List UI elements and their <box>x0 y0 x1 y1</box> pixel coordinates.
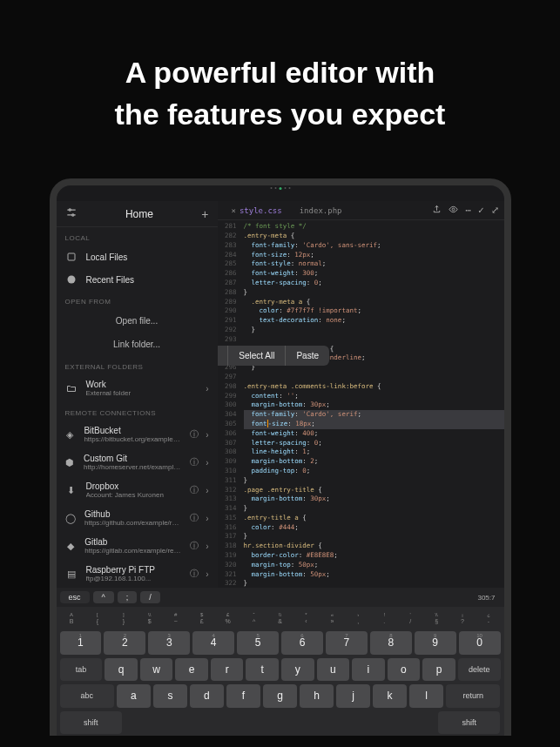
info-icon[interactable]: ⓘ <box>190 456 199 468</box>
info-icon[interactable]: ⓘ <box>190 484 199 496</box>
symbol-key[interactable]: ]} <box>111 609 135 628</box>
key-a[interactable]: a <box>117 684 151 708</box>
symbol-key[interactable]: AB <box>60 609 84 628</box>
key-shift-left[interactable]: shift <box>60 711 122 735</box>
marketing-headline: A powerful editor with the features you … <box>0 0 560 178</box>
symbol-key[interactable]: ¡? <box>451 609 475 628</box>
key-l[interactable]: l <box>409 684 443 708</box>
check-icon[interactable]: ✓ <box>478 205 484 217</box>
shift-row: shift shift <box>57 710 504 737</box>
key-p[interactable]: p <box>422 658 455 682</box>
chevron-right-icon: › <box>206 384 208 394</box>
key-caret[interactable]: ^ <box>93 591 114 603</box>
key-j[interactable]: j <box>336 684 370 708</box>
key-5[interactable]: 55 <box>237 631 279 655</box>
key-3[interactable]: 33 <box>148 631 190 655</box>
sidebar-item-remote[interactable]: ⬢Custom Githttp://homeserver.net/example… <box>57 448 218 476</box>
sidebar-item-remote[interactable]: ▤Raspberry Pi FTPftp@192.168.1.100...ⓘ› <box>57 560 218 588</box>
key-0[interactable]: 100 <box>459 631 501 655</box>
key-q[interactable]: q <box>105 658 138 682</box>
sidebar-item-remote[interactable]: ⬇DropboxAccount: James Kuronenⓘ› <box>57 476 218 504</box>
sidebar-item-local-files[interactable]: Local Files <box>57 246 218 268</box>
sidebar-header: Home + <box>57 201 218 227</box>
key-u[interactable]: u <box>317 658 350 682</box>
key-9[interactable]: 99 <box>415 631 456 655</box>
code-content[interactable]: /* font style */.entry-meta { font-famil… <box>240 220 504 588</box>
key-abc[interactable]: abc <box>60 684 114 708</box>
key-tab[interactable]: tab <box>60 658 103 682</box>
symbol-key[interactable]: ˆ^ <box>242 609 266 628</box>
symbol-key[interactable]: \\§ <box>425 609 449 628</box>
sidebar-item-recent-files[interactable]: Recent Files <box>57 268 218 291</box>
code-area[interactable]: 2812822832842852862872882892902912922932… <box>218 220 504 588</box>
expand-icon[interactable]: ⤢ <box>491 205 499 217</box>
sidebar-item-remote[interactable]: ◈BitBuckethttps://bitbucket.org/example/… <box>57 421 218 448</box>
symbol-key[interactable]: *‹ <box>294 609 318 628</box>
key-8[interactable]: 88 <box>370 631 412 655</box>
key-d[interactable]: d <box>190 684 224 708</box>
share-icon[interactable] <box>432 205 442 217</box>
section-external: EXTERNAL FOLDERS <box>57 356 218 374</box>
add-icon[interactable]: + <box>201 207 208 221</box>
sidebar-item-remote[interactable]: ◯Githubhttps://github.com/example/repo.g… <box>57 504 218 532</box>
open-file-action[interactable]: Open file... <box>57 309 218 333</box>
info-icon[interactable]: ⓘ <box>190 540 199 552</box>
key-i[interactable]: i <box>352 658 385 682</box>
tab-index-php[interactable]: index.php <box>291 206 351 215</box>
symbol-key[interactable]: ›, <box>347 609 370 628</box>
key-f[interactable]: f <box>226 684 260 708</box>
key-w[interactable]: w <box>140 658 173 682</box>
chevron-right-icon: › <box>206 486 208 495</box>
key-r[interactable]: r <box>211 658 244 682</box>
key-o[interactable]: o <box>388 658 421 682</box>
key-e[interactable]: e <box>175 658 208 682</box>
symbol-key[interactable]: \\$ <box>138 609 161 628</box>
key-slash[interactable]: / <box>140 591 160 603</box>
sidebar-item-work[interactable]: Work External folder › <box>57 374 218 402</box>
symbol-key[interactable]: '/ <box>399 609 422 628</box>
menu-select[interactable]: Select <box>218 346 229 366</box>
symbol-key[interactable]: #~ <box>164 609 187 628</box>
sidebar-item-remote[interactable]: ◆Gitlabhttps://gitlab.com/example/repo.g… <box>57 532 218 560</box>
menu-paste[interactable]: Paste <box>286 346 329 366</box>
symbol-key[interactable]: [{ <box>85 609 109 628</box>
key-delete[interactable]: delete <box>458 658 501 682</box>
shortcut-bar: esc ^ ; / 305:7 <box>57 588 504 607</box>
info-icon[interactable]: ⓘ <box>190 428 199 441</box>
symbol-key[interactable]: «» <box>320 609 344 628</box>
key-2[interactable]: 22 <box>104 631 145 655</box>
key-h[interactable]: h <box>300 684 334 708</box>
key-esc[interactable]: esc <box>60 591 90 603</box>
info-icon[interactable]: ⓘ <box>190 512 199 524</box>
symbol-key[interactable]: £% <box>216 609 240 628</box>
item-name: Gitlab <box>84 537 181 547</box>
symbol-key[interactable]: $£ <box>190 609 213 628</box>
close-icon[interactable]: × <box>232 206 236 215</box>
key-4[interactable]: 44 <box>192 631 234 655</box>
key-shift-right[interactable]: shift <box>438 711 500 735</box>
key-semicolon[interactable]: ; <box>118 591 138 603</box>
key-1[interactable]: 11 <box>60 631 102 655</box>
more-icon[interactable]: ⋯ <box>465 205 471 217</box>
info-icon[interactable]: ⓘ <box>190 568 199 580</box>
key-return[interactable]: return <box>446 684 500 708</box>
menu-select-all[interactable]: Select All <box>228 346 286 366</box>
key-6[interactable]: 66 <box>281 631 323 655</box>
symbol-key[interactable]: !. <box>373 609 396 628</box>
link-folder-action[interactable]: Link folder... <box>57 333 218 356</box>
key-7[interactable]: 77 <box>326 631 368 655</box>
asdf-row: abc asdfghjkl return <box>57 683 504 710</box>
key-s[interactable]: s <box>153 684 187 708</box>
settings-icon[interactable] <box>65 206 78 221</box>
item-sub: https://gitlab.com/example/repo.git <box>84 547 181 555</box>
key-g[interactable]: g <box>263 684 297 708</box>
sidebar-item-label: Recent Files <box>86 275 135 285</box>
key-t[interactable]: t <box>246 658 279 682</box>
key-y[interactable]: y <box>281 658 314 682</box>
tab-style-css[interactable]: × style.css <box>223 206 291 215</box>
chevron-right-icon: › <box>206 514 208 523</box>
symbol-key[interactable]: \\& <box>268 609 292 628</box>
eye-icon[interactable] <box>449 205 458 217</box>
symbol-key[interactable]: ¿- <box>477 609 501 628</box>
key-k[interactable]: k <box>373 684 407 708</box>
